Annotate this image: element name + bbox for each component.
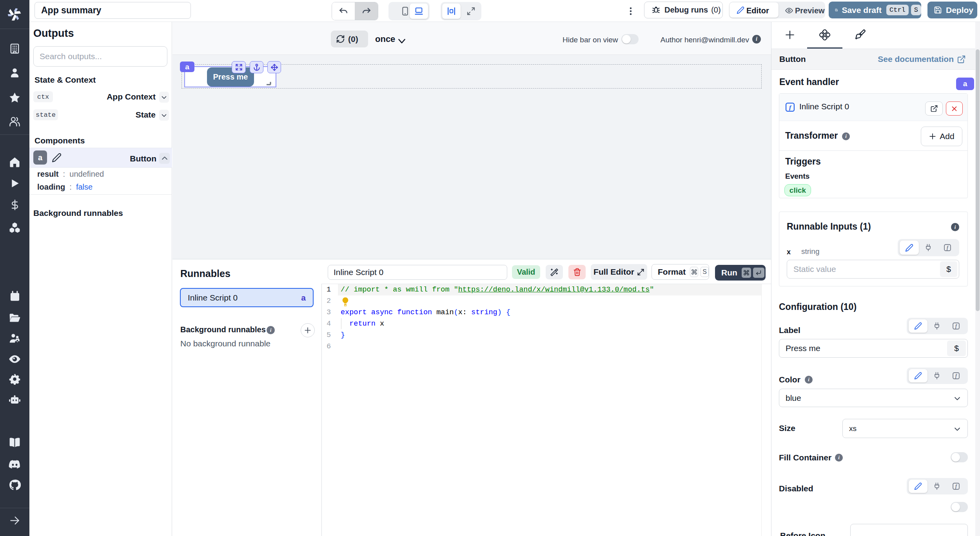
svg-text:f: f xyxy=(947,245,949,250)
svg-text:f: f xyxy=(955,324,957,329)
svg-text:f: f xyxy=(955,373,957,378)
svg-text:f: f xyxy=(789,104,792,110)
svg-text:f: f xyxy=(955,484,957,489)
